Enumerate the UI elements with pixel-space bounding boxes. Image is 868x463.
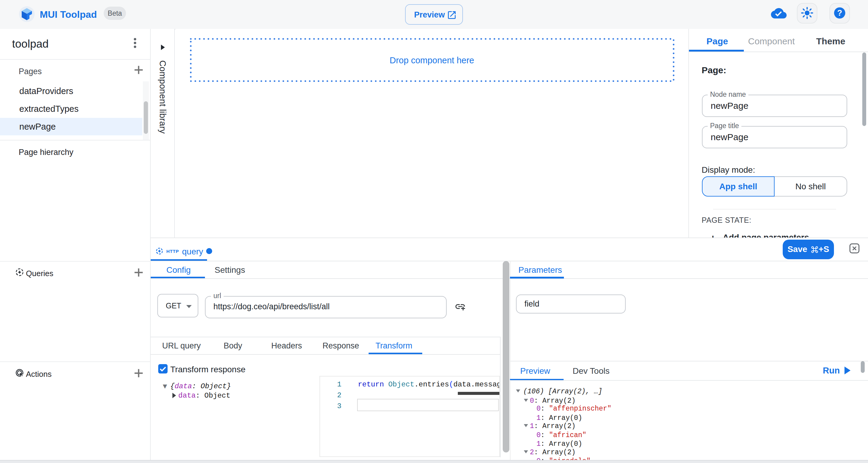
svg-text:?: ? bbox=[837, 8, 842, 18]
